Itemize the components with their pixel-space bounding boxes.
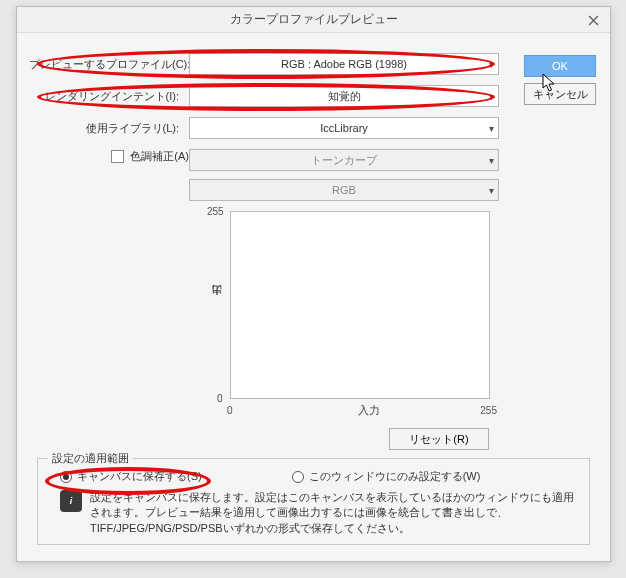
library-value: IccLibrary	[320, 122, 368, 134]
intent-label: レンダリングインテント(I):	[29, 89, 189, 104]
intent-value: 知覚的	[328, 89, 361, 104]
tonecurve-combo[interactable]: トーンカーブ ▾	[189, 149, 499, 171]
ytick-min: 0	[217, 393, 223, 404]
library-label: 使用ライブラリ(L):	[29, 121, 189, 136]
dialog-title: カラープロファイルプレビュー	[230, 11, 398, 28]
intent-combo[interactable]: 知覚的 ▾	[189, 85, 499, 107]
chevron-down-icon: ▾	[489, 59, 494, 70]
tone-correction-label: 色調補正(A)	[130, 149, 189, 164]
tonecurve-value: トーンカーブ	[311, 153, 377, 168]
chevron-down-icon: ▾	[489, 91, 494, 102]
radio-icon	[292, 471, 304, 483]
radio-save-to-canvas[interactable]: キャンバスに保存する(S)	[60, 469, 202, 484]
chevron-down-icon: ▾	[489, 185, 494, 196]
chart-plot-area[interactable]: 255 0 0 255	[230, 211, 490, 399]
profile-label: プレビューするプロファイル(C):	[29, 57, 189, 72]
close-button[interactable]	[578, 9, 608, 31]
info-icon: i	[60, 490, 82, 512]
radio-label-1: キャンバスに保存する(S)	[77, 469, 202, 484]
chevron-down-icon: ▾	[489, 155, 494, 166]
chevron-down-icon: ▾	[489, 123, 494, 134]
xtick-min: 0	[227, 405, 233, 416]
info-text: 設定をキャンバスに保存します。設定はこのキャンバスを表示しているほかのウィンドウ…	[90, 490, 579, 536]
library-combo[interactable]: IccLibrary ▾	[189, 117, 499, 139]
channel-combo[interactable]: RGB ▾	[189, 179, 499, 201]
profile-combo[interactable]: RGB : Adobe RGB (1998) ▾	[189, 53, 499, 75]
profile-value: RGB : Adobe RGB (1998)	[281, 58, 407, 70]
tone-correction-checkbox[interactable]	[111, 150, 124, 163]
channel-value: RGB	[332, 184, 356, 196]
reset-button[interactable]: リセット(R)	[389, 428, 489, 450]
chart-xlabel: 入力	[239, 403, 499, 418]
ytick-max: 255	[207, 206, 224, 217]
radio-this-window-only[interactable]: このウィンドウにのみ設定する(W)	[292, 469, 481, 484]
tone-curve-chart: 出力 255 0 0 255 入力	[209, 211, 509, 418]
color-profile-preview-dialog: カラープロファイルプレビュー OK キャンセル プレビューするプロファイル(C)…	[16, 6, 611, 562]
radio-icon-checked	[60, 471, 72, 483]
apply-scope-group: 設定の適用範囲 キャンバスに保存する(S) このウィンドウにのみ設定する(W) …	[37, 458, 590, 545]
radio-label-2: このウィンドウにのみ設定する(W)	[309, 469, 481, 484]
titlebar: カラープロファイルプレビュー	[17, 7, 610, 33]
xtick-max: 255	[480, 405, 497, 416]
group-title: 設定の適用範囲	[48, 451, 133, 466]
